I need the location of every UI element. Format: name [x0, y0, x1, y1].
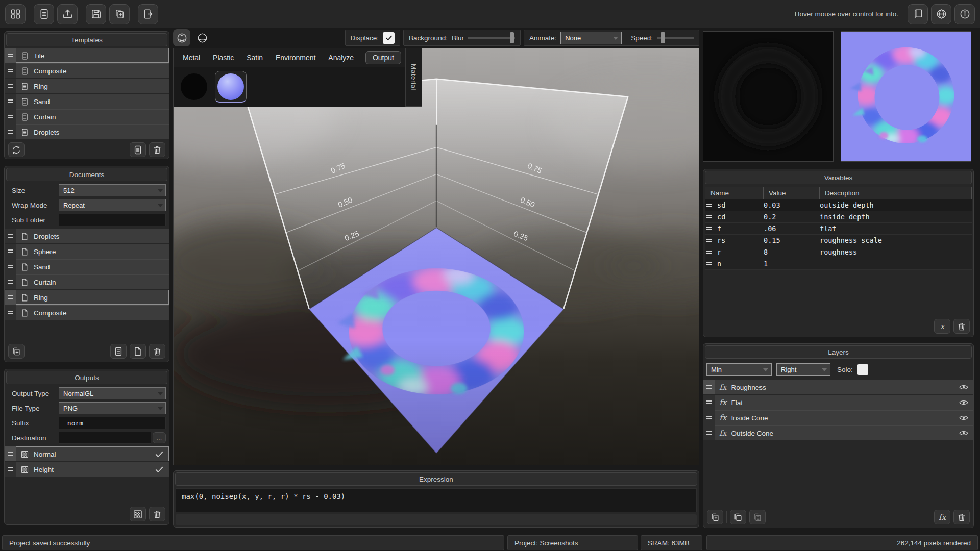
drag-handle-icon[interactable]	[703, 380, 715, 394]
speed-slider[interactable]	[657, 32, 694, 43]
swatch-normal-material[interactable]	[215, 71, 247, 103]
new-project-button[interactable]	[34, 4, 54, 24]
swatch-black-material[interactable]	[178, 71, 210, 103]
document-row-droplets[interactable]: Droplets	[5, 229, 169, 243]
normal-map-preview[interactable]	[841, 31, 971, 162]
drag-handle-icon[interactable]	[5, 446, 16, 461]
eye-icon[interactable]	[959, 413, 969, 423]
document-row-ring[interactable]: Ring	[5, 290, 169, 305]
solo-checkbox[interactable]	[857, 364, 868, 375]
variable-row-cd[interactable]: cd0.2inside depth	[705, 211, 972, 223]
expression-editor[interactable]: max(0, noisep(x, y, r, r) * rs - 0.03)	[176, 488, 697, 512]
document-row-curtain[interactable]: Curtain	[5, 274, 169, 289]
drag-handle-icon[interactable]	[5, 63, 16, 78]
delete-template-button[interactable]	[149, 142, 165, 157]
channel-dropdown[interactable]: Right	[776, 363, 830, 376]
tab-satin[interactable]: Satin	[246, 52, 264, 64]
suffix-input[interactable]: _norm	[59, 417, 166, 429]
layer-row-outside-cone[interactable]: fxOutside Cone	[703, 425, 973, 440]
tab-metal[interactable]: Metal	[182, 52, 201, 64]
new-variable-button[interactable]: x	[934, 319, 950, 334]
variable-row-r[interactable]: r8roughness	[705, 246, 972, 258]
wrap-mode-dropdown[interactable]: Repeat	[59, 199, 166, 211]
manual-button[interactable]	[908, 4, 928, 24]
document-row-sphere[interactable]: Sphere	[5, 244, 169, 259]
save-template-button[interactable]	[130, 142, 146, 157]
eye-icon[interactable]	[959, 382, 969, 392]
variable-row-rs[interactable]: rs0.15roughness scale	[705, 235, 972, 246]
output-row-normal[interactable]: Normal	[5, 446, 169, 461]
new-document-button[interactable]	[130, 344, 146, 359]
layer-row-inside-cone[interactable]: fxInside Cone	[703, 410, 973, 425]
drag-handle-icon[interactable]	[705, 239, 717, 242]
size-dropdown[interactable]: 512	[59, 184, 166, 196]
drag-handle-icon[interactable]	[5, 124, 16, 139]
variable-row-n[interactable]: n1	[705, 258, 972, 270]
drag-handle-icon[interactable]	[705, 227, 717, 230]
blend-mode-dropdown[interactable]: Min	[706, 363, 772, 376]
template-row-droplets[interactable]: Droplets	[5, 124, 169, 139]
output-row-height[interactable]: Height	[5, 462, 169, 477]
drag-handle-icon[interactable]	[5, 229, 16, 243]
delete-document-button[interactable]	[149, 344, 165, 359]
output-type-dropdown[interactable]: NormalGL	[59, 387, 166, 399]
delete-variable-button[interactable]	[953, 319, 970, 334]
drag-handle-icon[interactable]	[703, 425, 715, 440]
tab-output[interactable]: Output	[365, 51, 401, 64]
template-row-curtain[interactable]: Curtain	[5, 109, 169, 124]
new-output-button[interactable]	[130, 507, 146, 521]
animate-dropdown[interactable]: None	[560, 32, 622, 44]
browse-destination-button[interactable]: ...	[153, 432, 166, 443]
website-button[interactable]	[931, 4, 951, 24]
document-row-sand[interactable]: Sand	[5, 259, 169, 274]
layer-row-flat[interactable]: fxFlat	[703, 395, 973, 410]
export-button[interactable]	[138, 4, 158, 24]
destination-input[interactable]	[59, 432, 151, 444]
drag-handle-icon[interactable]	[5, 305, 16, 320]
material-side-tab[interactable]: Material	[406, 48, 422, 107]
tab-environment[interactable]: Environment	[275, 52, 317, 64]
duplicate-project-button[interactable]	[109, 4, 130, 24]
document-row-composite[interactable]: Composite	[5, 305, 169, 320]
eye-icon[interactable]	[959, 397, 969, 408]
drag-handle-icon[interactable]	[5, 274, 16, 289]
drag-handle-icon[interactable]	[703, 410, 715, 425]
paste-layer-button[interactable]	[749, 510, 766, 524]
delete-layer-button[interactable]	[953, 510, 970, 524]
drag-handle-icon[interactable]	[705, 215, 717, 218]
file-type-dropdown[interactable]: PNG	[59, 402, 166, 414]
copy-layer-button[interactable]	[730, 510, 746, 524]
tab-analyze[interactable]: Analyze	[327, 52, 355, 64]
background-slider[interactable]	[468, 32, 515, 43]
drag-handle-icon[interactable]	[705, 251, 717, 254]
variable-row-sd[interactable]: sd0.03outside depth	[705, 199, 972, 211]
template-row-sand[interactable]: Sand	[5, 94, 169, 109]
refresh-templates-button[interactable]	[8, 142, 24, 157]
delete-output-button[interactable]	[149, 507, 165, 521]
edit-expression-button[interactable]: fx	[934, 510, 950, 524]
duplicate-document-button[interactable]	[8, 344, 24, 359]
drag-handle-icon[interactable]	[705, 262, 717, 265]
drag-handle-icon[interactable]	[5, 290, 16, 305]
about-button[interactable]	[954, 4, 975, 24]
open-project-button[interactable]	[57, 4, 78, 24]
home-grid-button[interactable]	[5, 4, 26, 24]
drag-handle-icon[interactable]	[5, 94, 16, 109]
drag-handle-icon[interactable]	[5, 259, 16, 274]
drag-handle-icon[interactable]	[5, 48, 16, 63]
height-map-preview[interactable]	[703, 31, 834, 162]
displace-checkbox[interactable]	[383, 32, 395, 44]
drag-handle-icon[interactable]	[703, 395, 715, 410]
template-row-composite[interactable]: Composite	[5, 63, 169, 78]
layer-row-roughness[interactable]: fxRoughness	[703, 380, 973, 394]
sub-folder-input[interactable]	[59, 214, 166, 226]
tab-plastic[interactable]: Plastic	[212, 52, 235, 64]
drag-handle-icon[interactable]	[5, 109, 16, 124]
preview-sphere-solid-button[interactable]	[173, 29, 190, 46]
eye-icon[interactable]	[959, 428, 969, 438]
3d-viewport[interactable]: 0.75 0.50 0.25 0.75 0.50 0.25 Metal Plas…	[173, 48, 699, 465]
drag-handle-icon[interactable]	[5, 79, 16, 93]
drag-handle-icon[interactable]	[705, 204, 717, 207]
template-row-tile[interactable]: Tile	[5, 48, 169, 63]
new-layer-button[interactable]	[707, 510, 723, 524]
